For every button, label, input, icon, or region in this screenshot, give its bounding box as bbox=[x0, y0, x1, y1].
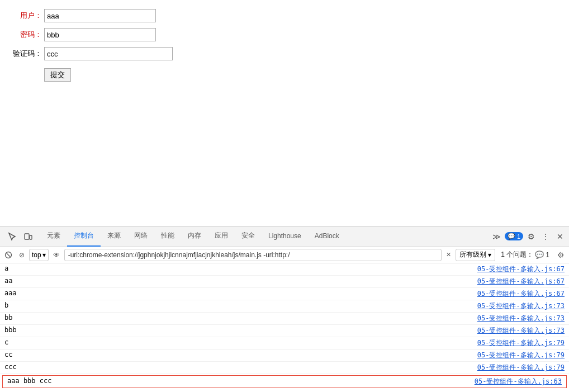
console-row: a05-受控组件-多输入.js:67 bbox=[0, 263, 569, 276]
console-value: a bbox=[4, 265, 477, 272]
password-input[interactable] bbox=[44, 28, 156, 41]
context-label: top bbox=[32, 251, 41, 259]
console-row: bbb05-受控组件-多输入.js:73 bbox=[0, 325, 569, 337]
console-row: c05-受控组件-多输入.js:79 bbox=[0, 337, 569, 350]
console-row: cc05-受控组件-多输入.js:79 bbox=[0, 350, 569, 362]
console-value: bb bbox=[4, 314, 477, 322]
close-devtools-icon[interactable]: ✕ bbox=[553, 230, 567, 243]
console-link[interactable]: 05-受控组件-多输入.js:79 bbox=[477, 363, 565, 372]
console-link[interactable]: 05-受控组件-多输入.js:67 bbox=[477, 289, 565, 299]
issues-count: 1 bbox=[546, 251, 549, 259]
issues-info: 1 个问题： 💬 1 bbox=[497, 250, 553, 259]
console-value: c bbox=[4, 338, 477, 346]
console-link[interactable]: 05-受控组件-多输入.js:79 bbox=[477, 351, 565, 360]
console-filter-input[interactable] bbox=[64, 249, 442, 261]
console-row: b05-受控组件-多输入.js:73 bbox=[0, 300, 569, 313]
badge-count: 1 bbox=[517, 233, 520, 240]
devtools-tab-控制台[interactable]: 控制台 bbox=[67, 226, 101, 247]
console-link[interactable]: 05-受控组件-多输入.js:79 bbox=[477, 338, 565, 348]
badge-icon: 💬 bbox=[508, 233, 515, 240]
devtools-tab-性能[interactable]: 性能 bbox=[154, 226, 181, 247]
device-toggle-icon[interactable] bbox=[21, 230, 35, 243]
more-tabs-button[interactable]: ≫ bbox=[490, 230, 504, 243]
console-value: bbb bbox=[4, 326, 477, 334]
issues-badge-icon: 💬 bbox=[535, 251, 544, 259]
context-selector[interactable]: top ▾ bbox=[29, 249, 49, 261]
level-selector[interactable]: 所有级别 ▾ bbox=[456, 249, 495, 261]
console-link[interactable]: 05-受控组件-多输入.js:73 bbox=[477, 301, 565, 311]
console-value: ccc bbox=[4, 363, 477, 371]
settings-icon[interactable]: ⚙ bbox=[524, 230, 538, 243]
svg-rect-0 bbox=[25, 234, 29, 239]
console-value: aaa bbox=[4, 289, 477, 297]
filter-clear-icon[interactable]: ✕ bbox=[444, 250, 453, 259]
eye-icon[interactable]: 👁 bbox=[51, 250, 62, 260]
devtools-tabs: 元素控制台来源网络性能内存应用安全LighthouseAdBlock bbox=[40, 226, 346, 247]
page-content: 用户： 密码： 验证码： 提交 bbox=[0, 0, 569, 201]
password-label: 密码： bbox=[11, 30, 42, 40]
console-row: ccc05-受控组件-多输入.js:79 bbox=[0, 362, 569, 374]
devtools-tab-网络[interactable]: 网络 bbox=[127, 226, 154, 247]
captcha-input[interactable] bbox=[44, 47, 173, 60]
devtools-icon-group bbox=[2, 230, 38, 243]
console-link[interactable]: 05-受控组件-多输入.js:73 bbox=[477, 326, 565, 336]
more-options-icon[interactable]: ⋮ bbox=[539, 230, 552, 243]
toolbar-settings-icon[interactable]: ⚙ bbox=[555, 249, 567, 261]
console-value: cc bbox=[4, 351, 477, 358]
context-arrow: ▾ bbox=[42, 251, 46, 259]
console-row: aa05-受控组件-多输入.js:67 bbox=[0, 276, 569, 288]
level-arrow: ▾ bbox=[488, 251, 491, 259]
captcha-row: 验证码： bbox=[11, 47, 558, 60]
clear-console-button[interactable] bbox=[2, 250, 15, 260]
svg-line-3 bbox=[7, 253, 11, 257]
devtools-panel: 元素控制台来源网络性能内存应用安全LighthouseAdBlock ≫ 💬 1… bbox=[0, 226, 569, 392]
console-value: b bbox=[4, 301, 477, 309]
console-link[interactable]: 05-受控组件-多输入.js:67 bbox=[477, 277, 565, 286]
password-row: 密码： bbox=[11, 28, 558, 41]
username-input[interactable] bbox=[44, 9, 156, 22]
block-icon[interactable]: ⊘ bbox=[17, 250, 27, 260]
issues-badge[interactable]: 💬 1 bbox=[505, 232, 523, 240]
level-label: 所有级别 bbox=[459, 250, 486, 259]
captcha-label: 验证码： bbox=[11, 49, 42, 59]
console-output: a05-受控组件-多输入.js:67aa05-受控组件-多输入.js:67aaa… bbox=[0, 263, 569, 392]
console-link[interactable]: 05-受控组件-多输入.js:73 bbox=[477, 314, 565, 323]
devtools-tab-应用[interactable]: 应用 bbox=[208, 226, 235, 247]
devtools-tab-来源[interactable]: 来源 bbox=[101, 226, 127, 247]
console-row: bb05-受控组件-多输入.js:73 bbox=[0, 313, 569, 325]
submit-row: 提交 bbox=[11, 66, 558, 82]
console-value: aaa bbb ccc bbox=[7, 377, 475, 385]
devtools-right-controls: ≫ 💬 1 ⚙ ⋮ ✕ bbox=[490, 230, 567, 243]
svg-rect-1 bbox=[30, 235, 32, 239]
console-row: aaa05-受控组件-多输入.js:67 bbox=[0, 288, 569, 300]
console-row: aaa bbb ccc05-受控组件-多输入.js:63 bbox=[2, 375, 567, 388]
submit-button[interactable]: 提交 bbox=[44, 68, 71, 82]
devtools-toolbar: ⊘ top ▾ 👁 ✕ 所有级别 ▾ 1 个问题： 💬 1 ⚙ bbox=[0, 247, 569, 263]
devtools-tab-AdBlock[interactable]: AdBlock bbox=[308, 226, 346, 247]
devtools-tab-内存[interactable]: 内存 bbox=[181, 226, 208, 247]
console-link[interactable]: 05-受控组件-多输入.js:63 bbox=[475, 377, 562, 386]
devtools-tab-Lighthouse[interactable]: Lighthouse bbox=[262, 226, 308, 247]
console-link[interactable]: 05-受控组件-多输入.js:67 bbox=[477, 265, 565, 274]
username-label: 用户： bbox=[11, 11, 42, 21]
username-row: 用户： bbox=[11, 9, 558, 22]
console-value: aa bbox=[4, 277, 477, 285]
select-element-icon[interactable] bbox=[6, 230, 19, 243]
devtools-tab-安全[interactable]: 安全 bbox=[235, 226, 262, 247]
devtools-tabs-bar: 元素控制台来源网络性能内存应用安全LighthouseAdBlock ≫ 💬 1… bbox=[0, 226, 569, 247]
devtools-tab-元素[interactable]: 元素 bbox=[40, 226, 67, 247]
issues-label: 1 个问题： bbox=[501, 250, 533, 259]
